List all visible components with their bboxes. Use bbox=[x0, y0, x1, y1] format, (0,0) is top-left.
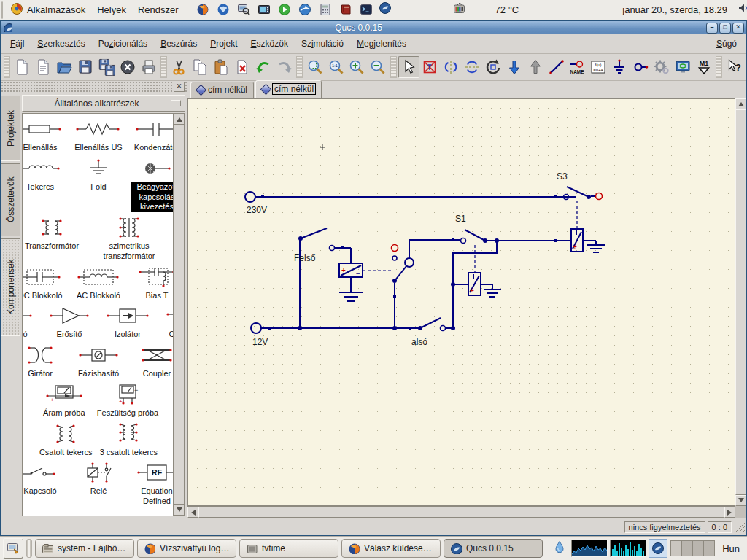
document-tab[interactable]: cím nélkül bbox=[255, 80, 322, 98]
panel-menu-rendszer[interactable]: Rendszer bbox=[132, 0, 185, 20]
firefox-icon[interactable] bbox=[195, 1, 212, 19]
save-button[interactable] bbox=[75, 56, 96, 78]
workspace-cell[interactable] bbox=[693, 541, 704, 556]
menu-fájl[interactable]: Fájl bbox=[4, 36, 31, 52]
task-button[interactable]: Vízszivattyú logik... bbox=[137, 539, 236, 558]
schematic-label[interactable]: 230V bbox=[247, 205, 267, 215]
thunderbird-icon[interactable] bbox=[215, 1, 233, 19]
print-button[interactable] bbox=[138, 56, 159, 78]
screenshot-tool-icon[interactable] bbox=[236, 1, 253, 19]
close-button[interactable]: ✕ bbox=[732, 23, 744, 34]
panel-menu-helyek[interactable]: Helyek bbox=[91, 0, 132, 20]
schematic-label[interactable]: 12V bbox=[252, 337, 268, 347]
workspace-cell[interactable] bbox=[671, 541, 682, 556]
menu-beszúrás[interactable]: Beszúrás bbox=[154, 36, 204, 52]
panel-grip-icon[interactable] bbox=[1, 1, 3, 19]
component-item[interactable]: Tekercs bbox=[22, 158, 66, 192]
cpu-graph-icon[interactable] bbox=[610, 540, 646, 557]
deactivate-button[interactable] bbox=[419, 56, 441, 78]
net-graph-icon[interactable] bbox=[571, 540, 608, 557]
dock-tab-komponensek[interactable]: Komponensek bbox=[1, 238, 20, 336]
save-all-button[interactable] bbox=[96, 56, 117, 78]
mirror-y-button[interactable] bbox=[461, 56, 482, 78]
task-button[interactable]: Válasz küldése a f... bbox=[341, 539, 441, 558]
clock[interactable]: január 20., szerda, 18.29 bbox=[616, 4, 733, 15]
resize-grip[interactable] bbox=[735, 522, 745, 532]
task-button[interactable]: tvtime bbox=[239, 539, 338, 558]
workspace-switcher[interactable] bbox=[670, 540, 715, 556]
workspace-cell[interactable] bbox=[704, 541, 714, 556]
play-icon[interactable] bbox=[276, 1, 294, 19]
component-item[interactable]: Csillapító bbox=[22, 305, 36, 340]
canvas-vscrollbar[interactable] bbox=[735, 98, 746, 506]
volume-icon[interactable] bbox=[738, 1, 747, 18]
component-item[interactable]: 3 csatolt tekercs bbox=[100, 423, 158, 458]
workspace-cell[interactable] bbox=[682, 541, 693, 556]
cut-button[interactable] bbox=[169, 56, 190, 78]
qucs-tray-icon[interactable] bbox=[649, 539, 667, 558]
zoom-1-1-button[interactable]: 1:1 bbox=[325, 56, 347, 78]
menu-megjelenítés[interactable]: Megjelenítés bbox=[350, 36, 413, 52]
keyboard-layout-indicator[interactable]: Hun bbox=[718, 543, 744, 554]
mirror-x-button[interactable] bbox=[440, 56, 461, 78]
menu-pozicionálás[interactable]: Pozicionálás bbox=[92, 36, 154, 52]
undo-button[interactable] bbox=[253, 56, 274, 78]
minimize-button[interactable]: – bbox=[706, 23, 718, 34]
calculator-icon[interactable] bbox=[317, 1, 335, 19]
paste-button[interactable] bbox=[211, 56, 232, 78]
component-item[interactable]: DC Blokkoló bbox=[22, 266, 66, 301]
scroll-down-icon[interactable] bbox=[174, 505, 185, 516]
task-button[interactable]: Qucs 0.0.15 bbox=[444, 539, 543, 558]
close-button[interactable] bbox=[117, 56, 138, 78]
schematic-canvas[interactable]: +++−230V12VS1S3Felsőalsó bbox=[187, 98, 735, 506]
tvtime-icon[interactable] bbox=[453, 1, 468, 18]
component-item[interactable]: Ellenállás US bbox=[73, 118, 124, 153]
delete-button[interactable] bbox=[232, 56, 253, 78]
component-item[interactable]: Relé bbox=[73, 462, 124, 497]
video-player-icon[interactable] bbox=[256, 1, 274, 19]
taskbar-grip-icon[interactable] bbox=[26, 539, 32, 558]
panel-menu-alkalmazások[interactable]: Alkalmazások bbox=[4, 0, 91, 20]
menu-szimuláció[interactable]: Szimuláció bbox=[295, 36, 350, 52]
menu-szerkesztés[interactable]: Szerkesztés bbox=[31, 36, 91, 52]
scroll-right-icon[interactable] bbox=[724, 507, 735, 518]
scroll-down-icon[interactable] bbox=[735, 495, 746, 506]
water-drop-icon[interactable] bbox=[553, 540, 569, 556]
component-item[interactable]: Kapcsoló bbox=[22, 462, 66, 497]
scrollbar-thumb[interactable] bbox=[735, 109, 746, 495]
canvas-hscrollbar[interactable] bbox=[187, 506, 735, 518]
internet-app-icon[interactable] bbox=[297, 1, 314, 19]
component-item[interactable]: Fázishasító bbox=[73, 344, 124, 379]
dictionary-icon[interactable] bbox=[338, 1, 355, 19]
redo-button[interactable] bbox=[274, 56, 295, 78]
scroll-up-icon[interactable] bbox=[174, 114, 185, 125]
terminal-icon[interactable] bbox=[358, 1, 376, 19]
dock-tab-összetevők[interactable]: Összetevők bbox=[1, 163, 20, 236]
dock-close-icon[interactable]: ✕ bbox=[174, 82, 185, 92]
qucs-app-icon[interactable] bbox=[379, 1, 393, 18]
task-button[interactable]: system - Fájlböng... bbox=[35, 539, 134, 558]
window-titlebar[interactable]: Qucs 0.0.15 – □ ✕ bbox=[1, 21, 746, 34]
schematic-label[interactable]: S1 bbox=[455, 214, 466, 224]
menu-eszközök[interactable]: Eszközök bbox=[244, 36, 295, 52]
component-item[interactable]: Csatolt tekercs bbox=[39, 423, 93, 458]
menu-projekt[interactable]: Projekt bbox=[204, 36, 244, 52]
scroll-left-icon[interactable] bbox=[187, 507, 198, 518]
scrollbar-thumb[interactable] bbox=[174, 125, 185, 505]
maximize-button[interactable]: □ bbox=[719, 23, 731, 34]
component-category-select[interactable]: Álltalános alkatrészek bbox=[22, 95, 185, 112]
component-item[interactable]: Erősítő bbox=[44, 305, 95, 340]
component-item[interactable]: Girátor bbox=[22, 344, 66, 379]
marker-button[interactable]: M1 bbox=[694, 56, 715, 78]
component-item[interactable]: Ellenállás bbox=[22, 118, 66, 153]
menu-sugo[interactable]: Súgó bbox=[710, 36, 743, 52]
zoom-out-button[interactable] bbox=[368, 56, 389, 78]
document-tab[interactable]: cím nélkül bbox=[190, 82, 254, 98]
zoom-fit-button[interactable] bbox=[304, 56, 325, 78]
component-item[interactable]: Föld bbox=[73, 158, 124, 192]
select-button[interactable] bbox=[398, 56, 419, 78]
component-item[interactable]: +Áram próba bbox=[39, 384, 90, 419]
open-button[interactable] bbox=[54, 56, 75, 78]
scroll-up-icon[interactable] bbox=[735, 98, 746, 109]
push-into-button[interactable] bbox=[503, 56, 525, 78]
